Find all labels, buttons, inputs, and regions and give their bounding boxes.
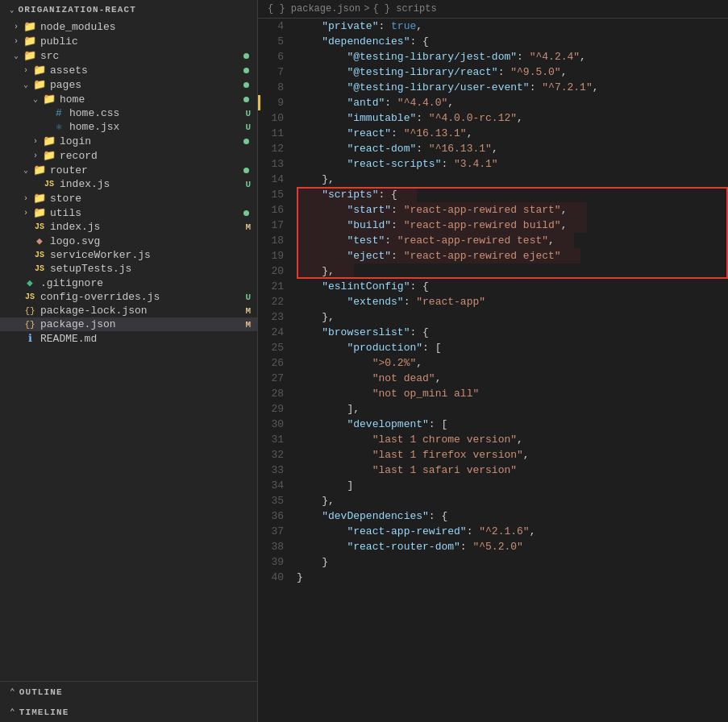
tree-item-logo.svg[interactable]: ◆logo.svg [0, 234, 257, 248]
tree-item-setupTests.js[interactable]: JSsetupTests.js [0, 262, 257, 276]
code-line-39: 39 } [258, 554, 728, 570]
sidebar: ⌄ ORIGANIZATION-REACT ›📁node_modules›📁pu… [0, 0, 258, 722]
line-number: 12 [258, 141, 297, 156]
line-number: 17 [258, 218, 297, 233]
line-content: "build": "react-app-rewired build", [297, 218, 587, 233]
json-icon: {} [23, 306, 37, 316]
line-number: 7 [258, 64, 297, 80]
line-number: 23 [258, 309, 297, 325]
code-line-32: 32 "last 1 firefox version", [258, 447, 728, 463]
folder-chevron-icon: › [29, 151, 42, 160]
code-line-27: 27 "not dead", [258, 371, 728, 386]
tree-item-home[interactable]: ⌄📁home [0, 92, 257, 106]
tree-item-label: utils [50, 207, 243, 219]
line-content: }, [297, 263, 354, 279]
tree-item-label: router [50, 164, 243, 176]
jsx-icon: ⚛ [52, 121, 66, 133]
folder-chevron-icon: › [19, 194, 32, 203]
code-line-20: 20 }, [258, 263, 728, 279]
tree-item-label: assets [50, 64, 243, 77]
outline-panel-header[interactable]: ⌃ OUTLINE [0, 682, 257, 702]
tree-item-config-overrides.js[interactable]: JSconfig-overrides.jsU [0, 290, 257, 304]
tree-item-label: logo.svg [50, 235, 257, 247]
tree-item-package.json[interactable]: {}package.jsonM [0, 317, 257, 331]
js-icon: JS [32, 222, 47, 231]
code-line-23: 23 }, [258, 309, 728, 325]
tree-item-src[interactable]: ⌄📁src [0, 48, 257, 63]
code-editor[interactable]: 4 "private": true,5 "dependencies": {6 "… [258, 19, 728, 722]
folder-icon: 📁 [42, 149, 56, 162]
tree-item-login[interactable]: ›📁login [0, 134, 257, 148]
line-content: "test": "react-app-rewired test", [297, 233, 574, 248]
dot-indicator [243, 82, 249, 88]
tree-item-.gitignore[interactable]: ◆.gitignore [0, 276, 257, 290]
file-badge: M [245, 306, 251, 316]
line-number: 21 [258, 279, 297, 294]
line-content: "immutable": "^4.0.0-rc.12", [297, 110, 543, 126]
tree-item-serviceWorker.js[interactable]: JSserviceWorker.js [0, 248, 257, 262]
line-number: 25 [258, 340, 297, 355]
code-line-12: 12 "react-dom": "^16.13.1", [258, 141, 728, 156]
tree-item-label: README.md [40, 333, 257, 345]
code-content: 4 "private": true,5 "dependencies": {6 "… [258, 19, 728, 585]
js-icon: JS [42, 180, 56, 189]
sidebar-bottom-panels: ⌃ OUTLINE ⌃ TIMELINE [0, 681, 257, 722]
tree-item-assets[interactable]: ›📁assets [0, 63, 257, 77]
line-content: ], [297, 401, 379, 417]
code-line-25: 25 "production": [ [258, 340, 728, 355]
line-number: 31 [258, 432, 297, 447]
tree-item-pages[interactable]: ⌄📁pages [0, 77, 257, 92]
line-number: 9 [258, 95, 297, 110]
file-badge: U [245, 122, 251, 132]
code-line-7: 7 "@testing-library/react": "^9.5.0", [258, 64, 728, 80]
code-line-35: 35 }, [258, 493, 728, 508]
code-line-11: 11 "react": "^16.13.1", [258, 126, 728, 141]
folder-icon: 📁 [32, 164, 47, 176]
line-content: "@testing-library/user-event": "^7.2.1", [297, 80, 618, 95]
tree-item-label: src [40, 50, 243, 62]
tree-item-index.js[interactable]: JSindex.jsM [0, 220, 257, 234]
line-number: 32 [258, 447, 297, 463]
folder-chevron-icon: › [19, 66, 32, 75]
line-number: 28 [258, 386, 297, 401]
line-number: 38 [258, 539, 297, 554]
tree-item-router[interactable]: ⌄📁router [0, 163, 257, 177]
line-content: "private": true, [297, 19, 442, 34]
tree-item-label: package.json [40, 318, 245, 330]
tree-item-index.js-router[interactable]: JSindex.jsU [0, 177, 257, 191]
file-badge: M [245, 320, 251, 330]
tree-item-public[interactable]: ›📁public [0, 34, 257, 48]
breadcrumb-part-1: { } package.json [268, 3, 360, 15]
code-line-19: 19 "eject": "react-app-rewired eject" [258, 248, 728, 263]
code-line-5: 5 "dependencies": { [258, 34, 728, 49]
file-badge: U [245, 293, 251, 302]
code-line-28: 28 "not op_mini all" [258, 386, 728, 401]
tree-item-record[interactable]: ›📁record [0, 148, 257, 163]
line-content: "eject": "react-app-rewired eject" [297, 248, 580, 263]
sidebar-title: ⌄ ORIGANIZATION-REACT [0, 0, 257, 19]
tree-item-node_modules[interactable]: ›📁node_modules [0, 19, 257, 34]
breadcrumb-separator-1: > [364, 3, 369, 15]
tree-item-README.md[interactable]: ℹREADME.md [0, 331, 257, 346]
tree-item-label: home.jsx [69, 121, 245, 133]
folder-chevron-icon: ⌄ [29, 94, 42, 104]
code-line-37: 37 "react-app-rewired": "^2.1.6", [258, 524, 728, 539]
readme-icon: ℹ [23, 332, 37, 345]
line-content: "last 1 safari version" [297, 463, 536, 478]
line-content: ] [297, 478, 372, 493]
tree-item-home.css[interactable]: #home.cssU [0, 106, 257, 120]
file-badge: M [245, 222, 251, 232]
tree-item-package-lock.json[interactable]: {}package-lock.jsonM [0, 304, 257, 317]
tree-item-utils[interactable]: ›📁utils [0, 205, 257, 220]
line-number: 22 [258, 294, 297, 309]
line-content: "@testing-library/jest-dom": "^4.2.4", [297, 49, 605, 64]
line-number: 4 [258, 19, 297, 34]
line-content: ">0.2%", [297, 355, 442, 371]
line-number: 27 [258, 371, 297, 386]
tree-item-store[interactable]: ›📁store [0, 191, 257, 205]
tree-item-home.jsx[interactable]: ⚛home.jsxU [0, 120, 257, 134]
timeline-panel-header[interactable]: ⌃ TIMELINE [0, 702, 257, 722]
line-number: 18 [258, 233, 297, 248]
tree-item-label: pages [50, 79, 243, 91]
line-content: }, [297, 493, 354, 508]
